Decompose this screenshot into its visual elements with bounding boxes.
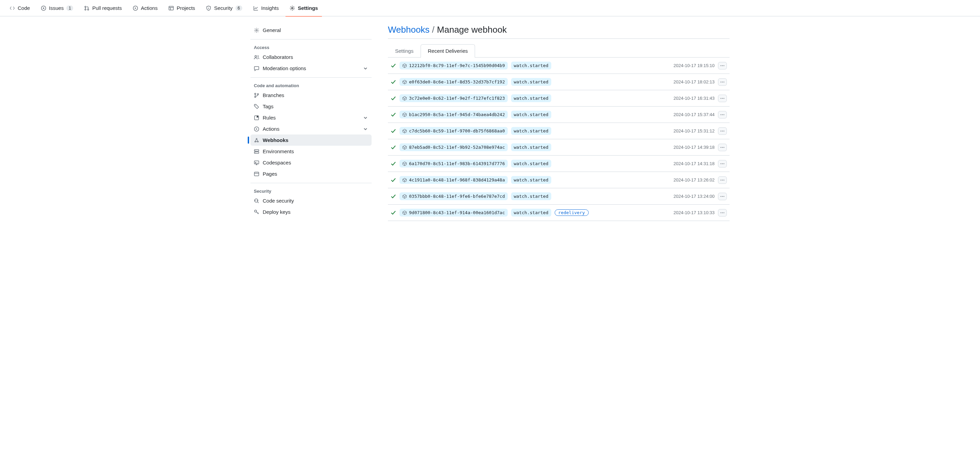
sidebar-item-actions[interactable]: Actions [250,123,372,134]
sidebar-item-branches[interactable]: Branches [250,89,372,101]
sidebar-item-label: Webhooks [263,137,288,143]
delivery-id-chip: 4c1911a0-8c48-11ef-968f-838d4129a48a [399,176,508,184]
delivery-row[interactable]: b1ac2950-8c5a-11ef-945d-74baea4db242watc… [388,107,730,123]
sidebar-item-label: General [263,27,281,33]
sidebar-item-codespaces[interactable]: Codespaces [250,157,372,168]
delivery-timestamp: 2024-10-17 18:02:13 [673,79,714,85]
sidebar-item-label: Pages [263,171,277,177]
tab-label: Code [18,5,30,11]
sidebar-item-code-security[interactable]: Code security [250,195,372,206]
comment-icon [254,66,259,71]
key-icon [254,209,259,215]
delivery-timestamp: 2024-10-17 15:37:44 [673,112,714,117]
sidebar-item-moderation[interactable]: Moderation options [250,63,372,74]
delivery-id-chip: 0357bbb0-8c48-11ef-9fe6-bfe6e787e7cd [399,192,508,200]
delivery-timestamp: 2024-10-17 19:15:10 [673,63,714,68]
kebab-icon [720,145,725,150]
sidebar-item-general[interactable]: General [250,24,372,36]
chevron-down-icon [363,115,368,121]
sidebar-item-webhooks[interactable]: Webhooks [250,134,372,146]
delivery-actions-button[interactable] [718,209,727,217]
delivery-actions-button[interactable] [718,144,727,151]
delivery-timestamp: 2024-10-17 13:10:33 [673,210,714,215]
delivery-actions-button[interactable] [718,62,727,69]
tab-actions[interactable]: Actions [129,2,162,14]
sidebar-item-label: Deploy keys [263,209,291,215]
tab-label: Insights [261,5,279,11]
delivery-actions-button[interactable] [718,111,727,118]
delivery-event-chip: watch.started [511,62,551,69]
sidebar-item-pages[interactable]: Pages [250,168,372,179]
security-count: 6 [235,5,242,11]
sidebar-item-label: Actions [263,126,279,132]
issues-icon [41,5,46,11]
kebab-icon [720,178,725,182]
delivery-actions-button[interactable] [718,128,727,135]
delivery-row[interactable]: 87eb5ad0-8c52-11ef-9b92-52a708e974acwatc… [388,139,730,156]
delivery-id-chip: b1ac2950-8c5a-11ef-945d-74baea4db242 [399,111,508,118]
sidebar-item-rules[interactable]: Rules [250,112,372,123]
tab-security[interactable]: Security 6 [202,2,246,14]
chevron-down-icon [363,66,368,71]
sidebar-item-collaborators[interactable]: Collaborators [250,51,372,63]
tab-insights[interactable]: Insights [249,2,283,14]
sidebar-item-label: Code security [263,198,294,204]
package-icon [402,63,407,68]
sidebar-item-tags[interactable]: Tags [250,101,372,112]
delivery-id-chip: c7dc5b60-8c59-11ef-9700-db75f6868aa0 [399,127,508,135]
delivery-row[interactable]: 9d071800-8c43-11ef-914a-00ea1601d7acwatc… [388,205,730,221]
package-icon [402,211,407,215]
delivery-row[interactable]: 0357bbb0-8c48-11ef-9fe6-bfe6e787e7cdwatc… [388,188,730,205]
package-icon [402,129,407,134]
kebab-icon [720,96,725,101]
breadcrumb: Webhooks / Manage webhook [388,24,730,39]
rules-icon [254,115,259,121]
package-icon [402,194,407,199]
delivery-row[interactable]: c7dc5b60-8c59-11ef-9700-db75f6868aa0watc… [388,123,730,139]
delivery-row[interactable]: 4c1911a0-8c48-11ef-968f-838d4129a48awatc… [388,172,730,188]
divider [250,77,372,78]
check-icon [391,79,396,85]
tab-projects[interactable]: Projects [164,2,199,14]
check-icon [391,161,396,166]
sidebar-heading-security: Security [250,186,372,195]
kebab-icon [720,80,725,85]
delivery-actions-button[interactable] [718,193,727,200]
package-icon [402,112,407,117]
chevron-down-icon [363,126,368,132]
tab-code[interactable]: Code [5,2,34,14]
package-icon [402,145,407,150]
tab-issues[interactable]: Issues 1 [37,2,77,14]
delivery-row[interactable]: e0f63de0-8c6e-11ef-8d35-32d37b7cf192watc… [388,74,730,90]
delivery-actions-button[interactable] [718,95,727,102]
redelivery-badge: redelivery [555,209,589,216]
deliveries-list: 12212bf0-8c79-11ef-9e7c-1545b90d04b9watc… [388,57,730,221]
delivery-actions-button[interactable] [718,78,727,86]
play-icon [254,126,259,132]
delivery-actions-button[interactable] [718,176,727,184]
tab-webhook-settings[interactable]: Settings [388,44,421,57]
delivery-row[interactable]: 3c72e0e0-8c62-11ef-9e2f-f127efc1f823watc… [388,90,730,107]
sidebar-item-deploy-keys[interactable]: Deploy keys [250,206,372,218]
tab-recent-deliveries[interactable]: Recent Deliveries [421,44,475,57]
tab-settings[interactable]: Settings [285,2,322,14]
delivery-actions-button[interactable] [718,160,727,167]
branch-icon [254,93,259,98]
delivery-id-chip: 6a170d70-8c51-11ef-983b-6143917d7776 [399,160,508,167]
breadcrumb-separator: / [432,24,434,35]
sidebar-item-environments[interactable]: Environments [250,146,372,157]
delivery-row[interactable]: 6a170d70-8c51-11ef-983b-6143917d7776watc… [388,156,730,172]
delivery-id-chip: 87eb5ad0-8c52-11ef-9b92-52a708e974ac [399,144,508,151]
play-icon [133,5,138,11]
gear-icon [290,5,295,11]
tab-label: Pull requests [92,5,122,11]
sidebar-item-label: Environments [263,148,294,154]
package-icon [402,80,407,85]
breadcrumb-link-webhooks[interactable]: Webhooks [388,24,430,35]
check-icon [391,96,396,101]
tab-label: Actions [141,5,158,11]
delivery-id-chip: 9d071800-8c43-11ef-914a-00ea1601d7ac [399,209,508,217]
tab-pull-requests[interactable]: Pull requests [80,2,126,14]
delivery-row[interactable]: 12212bf0-8c79-11ef-9e7c-1545b90d04b9watc… [388,57,730,74]
delivery-event-chip: watch.started [511,111,551,118]
